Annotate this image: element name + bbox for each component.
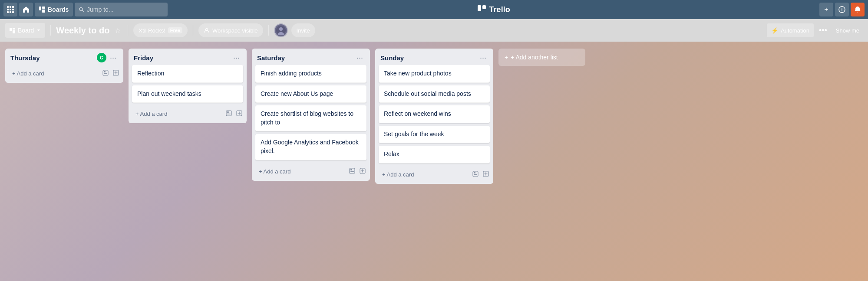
board-title[interactable]: Weekly to do (56, 26, 109, 36)
svg-rect-38 (350, 169, 352, 170)
list-header-icons: G ··· (97, 53, 118, 62)
card-add-icon[interactable] (235, 109, 243, 118)
list-menu-button[interactable]: ··· (478, 53, 488, 62)
svg-rect-31 (226, 111, 231, 116)
card[interactable]: Take new product photos (379, 65, 490, 83)
add-card-button[interactable]: + Add a card (9, 68, 102, 79)
boards-label: Boards (48, 6, 69, 13)
add-card-button[interactable]: + Add a card (379, 169, 472, 180)
star-icon: ☆ (115, 27, 121, 34)
search-box[interactable] (75, 3, 168, 16)
add-list-label: + Add another list (511, 54, 558, 61)
add-list-button[interactable]: + + Add another list (498, 49, 585, 66)
app-title-area: Trello (169, 5, 818, 14)
workspace-button[interactable]: Xtil Rocks! Free (133, 23, 188, 37)
svg-text:i: i (842, 8, 843, 12)
list-title-friday: Friday (134, 54, 231, 62)
card-template-icon[interactable] (102, 69, 109, 78)
board-view-button[interactable]: Board (5, 23, 45, 38)
list-footer-saturday: + Add a card (252, 163, 370, 181)
add-button[interactable]: + (819, 3, 833, 16)
card-template-icon[interactable] (348, 167, 356, 176)
list-header-icons: ··· (231, 53, 241, 62)
list-footer-friday: + Add a card (129, 105, 247, 123)
invite-label: Invite (297, 27, 310, 34)
list-avatar: G (97, 53, 106, 62)
board-header-right: ⚡ Automation ••• Show me (767, 23, 863, 37)
grid-icon-button[interactable] (3, 3, 17, 16)
show-me-label: Show me (836, 27, 859, 34)
workspace-visible-button[interactable]: Workspace visible (198, 23, 263, 37)
svg-rect-2 (12, 6, 14, 8)
header-divider-4 (268, 25, 269, 36)
card[interactable]: Add Google Analytics and Facebook pixel. (255, 134, 366, 160)
card-add-icon[interactable] (112, 69, 120, 78)
card[interactable]: Schedule out social media posts (379, 85, 490, 103)
invite-button[interactable]: Invite (291, 23, 315, 37)
card[interactable]: Reflection (132, 65, 243, 83)
board-header: Board Weekly to do ☆ Xtil Rocks! Free Wo… (0, 19, 868, 42)
info-button[interactable]: i (835, 3, 849, 16)
list-menu-button[interactable]: ··· (355, 53, 365, 62)
svg-rect-0 (7, 6, 9, 8)
star-button[interactable]: ☆ (113, 25, 122, 36)
nav-right-area: + i (819, 3, 865, 16)
card-template-icon[interactable] (472, 170, 479, 179)
automation-button[interactable]: ⚡ Automation (767, 23, 814, 37)
list-footer-thursday: + Add a card (5, 65, 123, 83)
card[interactable]: Create shortlist of blog websites to pit… (255, 105, 366, 131)
list-footer-sunday: + Add a card (375, 166, 493, 184)
card[interactable]: Relax (379, 146, 490, 163)
list-cards-saturday: Finish adding products Create new About … (252, 65, 370, 163)
more-options-button[interactable]: ••• (817, 26, 829, 35)
svg-rect-4 (10, 9, 11, 10)
add-list-icon: + (505, 54, 508, 61)
list-header-friday: Friday ··· (129, 49, 247, 65)
card[interactable]: Plan out weekend tasks (132, 85, 243, 103)
top-nav: Boards Trello + i (0, 0, 868, 19)
card-add-icon[interactable] (359, 167, 366, 176)
svg-rect-43 (473, 171, 478, 176)
automation-label: Automation (781, 27, 809, 34)
list-header-icons: ··· (355, 53, 365, 62)
svg-rect-9 (39, 7, 41, 10)
svg-rect-18 (10, 28, 12, 31)
card-template-icon[interactable] (225, 109, 233, 118)
add-icon: + (824, 6, 828, 13)
svg-rect-25 (103, 70, 108, 75)
svg-line-13 (83, 10, 84, 12)
add-card-icons (102, 69, 120, 78)
user-avatar[interactable] (274, 23, 288, 37)
svg-rect-8 (12, 11, 14, 13)
card[interactable]: Create new About Us page (255, 85, 366, 103)
add-card-icons (348, 167, 366, 176)
svg-rect-39 (350, 171, 354, 172)
show-me-button[interactable]: Show me (832, 23, 863, 37)
app-title: Trello (489, 5, 510, 14)
svg-point-12 (79, 7, 83, 10)
list-title-thursday: Thursday (10, 54, 97, 62)
home-icon-button[interactable] (19, 3, 33, 16)
boards-nav-button[interactable]: Boards (35, 3, 73, 16)
card-add-icon[interactable] (482, 170, 490, 179)
add-card-icons (225, 109, 243, 118)
svg-rect-1 (10, 6, 11, 8)
dots-icon: ••• (819, 26, 827, 35)
card[interactable]: Reflect on weekend wins (379, 105, 490, 123)
svg-rect-7 (10, 11, 11, 13)
header-divider-3 (193, 25, 193, 36)
notification-button[interactable] (851, 3, 865, 16)
svg-rect-27 (104, 73, 107, 74)
list-menu-button[interactable]: ··· (231, 53, 241, 62)
list-sunday: Sunday ··· Take new product photos Sched… (375, 49, 493, 184)
list-title-sunday: Sunday (380, 54, 478, 62)
add-card-button[interactable]: + Add a card (132, 108, 225, 120)
add-card-button[interactable]: + Add a card (255, 166, 348, 177)
svg-rect-6 (7, 11, 9, 13)
search-input[interactable] (87, 6, 163, 13)
card[interactable]: Set goals for the week (379, 126, 490, 144)
svg-rect-19 (13, 28, 15, 29)
card[interactable]: Finish adding products (255, 65, 366, 83)
list-menu-button[interactable]: ··· (108, 53, 118, 62)
svg-rect-44 (474, 172, 475, 173)
